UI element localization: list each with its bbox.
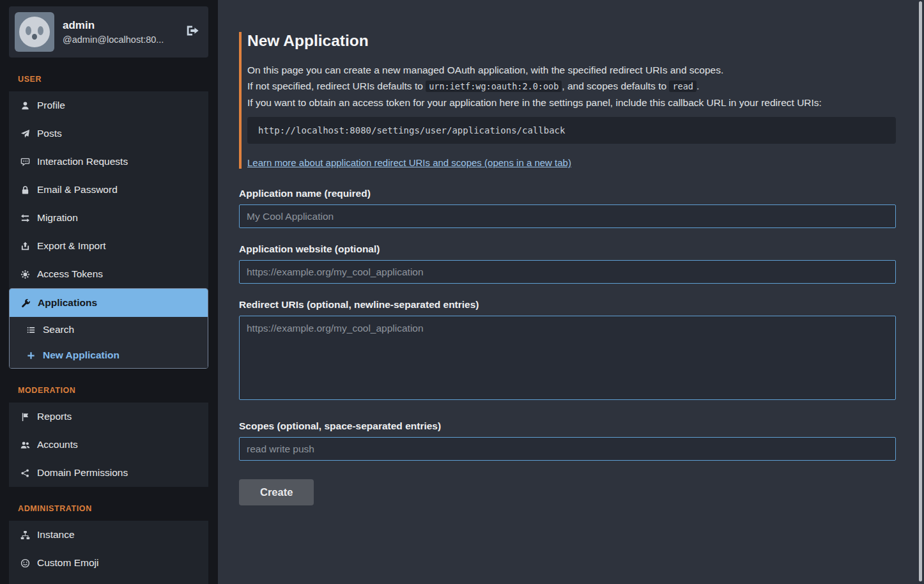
sidebar-item-label: Search	[43, 323, 74, 336]
redirect-uris-textarea[interactable]	[239, 316, 896, 400]
intro-text-segment: , and scopes defaults to	[562, 81, 669, 91]
intro-text-segment: If not specified, redirect URIs defaults…	[247, 81, 426, 91]
user-card[interactable]: admin @admin@localhost:80...	[9, 6, 208, 58]
sidebar-item-instance[interactable]: Instance	[9, 521, 208, 549]
avatar	[15, 12, 54, 52]
network-nodes-icon	[20, 468, 30, 478]
sidebar-item-accounts[interactable]: Accounts	[9, 431, 208, 459]
section-header-moderation: MODERATION	[10, 386, 208, 395]
sidebar-item-domain-permissions[interactable]: Domain Permissions	[9, 459, 208, 487]
sidebar-item-label: Posts	[37, 127, 62, 140]
sidebar: admin @admin@localhost:80... USER Profil…	[0, 0, 218, 584]
logout-icon[interactable]	[185, 24, 199, 40]
user-meta: admin @admin@localhost:80...	[63, 19, 164, 45]
sidebar-item-label: Domain Permissions	[37, 466, 128, 479]
inline-code-read: read	[669, 81, 697, 92]
sidebar-item-label: Custom Emoji	[37, 557, 98, 569]
learn-more-link[interactable]: Learn more about application redirect UR…	[247, 157, 571, 168]
users-icon	[20, 440, 30, 450]
sidebar-item-migration[interactable]: Migration	[9, 204, 208, 232]
sidebar-item-reports[interactable]: Reports	[9, 403, 208, 431]
sidebar-item-label: Export & Import	[37, 240, 106, 252]
list-icon	[26, 325, 36, 335]
sidebar-item-posts[interactable]: Posts	[9, 119, 208, 148]
sitemap-icon	[20, 530, 30, 540]
sidebar-item-label: Interaction Requests	[37, 155, 128, 168]
export-import-icon	[20, 241, 30, 251]
user-name: admin	[63, 19, 164, 32]
application-website-label: Application website (optional)	[239, 243, 896, 255]
scrollbar-thumb[interactable]	[919, 1, 922, 581]
scopes-input[interactable]	[239, 437, 896, 461]
redirect-uris-label: Redirect URIs (optional, newline-separat…	[239, 299, 896, 311]
paper-plane-icon	[20, 128, 30, 139]
sidebar-item-new-application[interactable]: New Application	[10, 342, 208, 368]
gear-icon	[20, 269, 30, 279]
sidebar-item-access-tokens[interactable]: Access Tokens	[9, 260, 208, 288]
sidebar-item-label: Migration	[37, 211, 78, 224]
wrench-icon	[20, 298, 31, 308]
section-header-user: USER	[10, 75, 208, 84]
section-header-administration: ADMINISTRATION	[10, 504, 208, 513]
application-website-input[interactable]	[239, 260, 896, 284]
intro-line3: If you want to obtain an access token fo…	[245, 95, 896, 111]
sidebar-item-label: Instance	[37, 528, 75, 541]
sidebar-item-interaction-requests[interactable]: Interaction Requests	[9, 148, 208, 176]
application-website-field: Application website (optional)	[239, 243, 896, 284]
sidebar-item-label: Email & Password	[37, 183, 118, 196]
sidebar-item-label: Accounts	[37, 438, 78, 451]
sidebar-item-search[interactable]: Search	[10, 317, 208, 342]
create-button[interactable]: Create	[239, 479, 314, 505]
sidebar-item-actions[interactable]: Actions	[9, 577, 208, 584]
sidebar-item-applications[interactable]: Applications	[10, 289, 208, 317]
user-icon	[20, 100, 30, 111]
applications-submenu: Search New Application	[10, 317, 208, 368]
sidebar-item-label: New Application	[43, 349, 119, 362]
intro-line2: If not specified, redirect URIs defaults…	[245, 78, 896, 95]
lock-icon	[20, 185, 30, 195]
transfer-arrows-icon	[20, 213, 30, 223]
sidebar-group-applications: Applications Search New Application	[9, 288, 208, 369]
main-content: New Application On this page you can cre…	[218, 0, 924, 584]
scopes-field: Scopes (optional, space-separated entrie…	[239, 420, 896, 461]
comment-icon	[20, 157, 30, 167]
flag-icon	[20, 411, 30, 422]
sidebar-item-label: Reports	[37, 410, 72, 423]
sidebar-item-custom-emoji[interactable]: Custom Emoji	[9, 549, 208, 577]
application-name-field: Application name (required)	[239, 188, 896, 228]
intro-line1: On this page you can create a new manage…	[245, 62, 896, 78]
application-name-label: Application name (required)	[239, 188, 896, 199]
scrollbar-track	[917, 0, 924, 584]
smile-icon	[20, 558, 30, 568]
scopes-label: Scopes (optional, space-separated entrie…	[239, 420, 896, 432]
sidebar-item-email-password[interactable]: Email & Password	[9, 176, 208, 204]
sidebar-item-profile[interactable]: Profile	[9, 91, 208, 119]
callback-url-codeblock: http://localhost:8080/settings/user/appl…	[247, 117, 896, 144]
sidebar-item-label: Applications	[38, 296, 97, 309]
intro-block: New Application On this page you can cre…	[239, 32, 896, 169]
application-name-input[interactable]	[239, 204, 896, 228]
sidebar-item-export-import[interactable]: Export & Import	[9, 232, 208, 260]
intro-text-segment: .	[697, 81, 699, 91]
redirect-uris-field: Redirect URIs (optional, newline-separat…	[239, 299, 896, 403]
user-handle: @admin@localhost:80...	[63, 35, 164, 45]
plus-icon	[26, 350, 36, 360]
sidebar-item-label: Access Tokens	[37, 268, 103, 280]
sidebar-item-label: Profile	[37, 99, 65, 112]
page-title: New Application	[245, 32, 896, 50]
inline-code-oob: urn:ietf:wg:oauth:2.0:oob	[426, 81, 562, 92]
